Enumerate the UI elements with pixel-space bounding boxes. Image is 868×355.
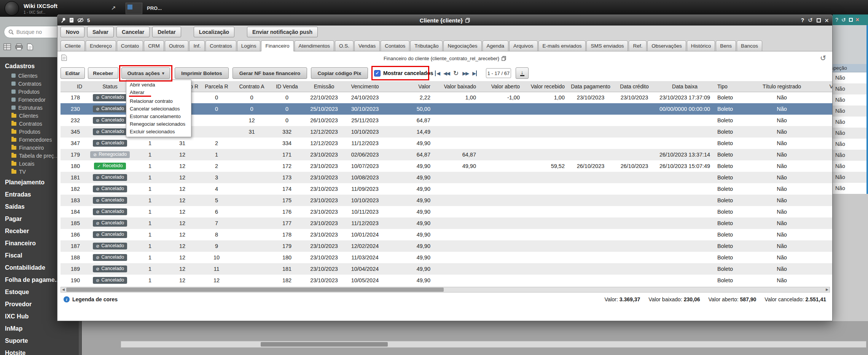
pin-icon[interactable] (61, 18, 66, 23)
menu-item-estornar-cancelamento[interactable]: Estornar cancelamento (126, 113, 191, 120)
column-header-emissao[interactable]: Emissão (304, 81, 344, 92)
refresh-icon[interactable]: ↻ (453, 69, 459, 77)
tab-inf[interactable]: Inf. (189, 40, 205, 51)
sidebar-item-contratos[interactable]: Contratos (0, 120, 61, 128)
table-row[interactable]: 179⊘Renegociado112117123/10/202302/06/20… (61, 149, 833, 160)
tab-bens[interactable]: Bens (716, 40, 736, 51)
color-legend[interactable]: i Legenda de cores (64, 296, 118, 302)
tab-e-mails-enviados[interactable]: E-mails enviados (538, 40, 586, 51)
reset-icon[interactable]: ↺ (808, 17, 813, 24)
tab-outros[interactable]: Outros (165, 40, 189, 51)
outras-acoes-button[interactable]: Outras ações ▾ (121, 67, 170, 79)
tab-financeiro[interactable]: Financeiro (261, 40, 293, 51)
menu-item-abrir-venda[interactable]: Abrir venda (126, 81, 191, 89)
close-icon[interactable]: × (825, 18, 829, 22)
column-header-vencimento[interactable]: Vencimento (344, 81, 386, 92)
action-button-enviar-notificacao-push[interactable]: Enviar notificação push (247, 27, 318, 37)
history-icon[interactable]: ↺ (820, 54, 826, 62)
document-icon[interactable] (69, 18, 74, 23)
sidebar-item-fornecedor[interactable]: Fornecedor (0, 96, 61, 104)
column-header-valor-aberto[interactable]: Valor aberto (479, 81, 523, 92)
column-header-titulo-registrado[interactable]: Título registrado (754, 81, 809, 92)
hide-eye-icon[interactable] (77, 18, 84, 23)
bg-help-icon[interactable]: ? (835, 17, 838, 22)
tab-observacoes[interactable]: Observações (647, 40, 686, 51)
sidebar-item-fornecedores[interactable]: Fornecedores (0, 136, 61, 144)
imprimir-boletos-button[interactable]: Imprimir Boletos (175, 67, 229, 79)
share-icon[interactable]: ↗ (111, 5, 116, 11)
help-icon[interactable]: ? (801, 17, 804, 23)
bg-close-icon[interactable]: × (856, 16, 859, 23)
editar-button[interactable]: Editar (61, 67, 85, 79)
menu-item-cancelar-selecionados[interactable]: Cancelar selecionados (126, 105, 191, 113)
gerar-nf-button[interactable]: Gerar NF base financeiro (233, 67, 307, 79)
sidebar-item-financeiro[interactable]: Financeiro (0, 144, 61, 152)
column-header-valor-recebido[interactable]: Valor recebido (523, 81, 568, 92)
export-button[interactable]: ↓ (516, 67, 529, 79)
tab-contatos[interactable]: Contatos (381, 40, 409, 51)
column-header-id-venda[interactable]: ID Venda (270, 81, 304, 92)
sidebar-section-suporte[interactable]: Suporte (0, 334, 82, 346)
column-header-contrato-a[interactable]: Contrato A (234, 81, 270, 92)
sidebar-item-tabela-de-preco[interactable]: Tabela de preço... (0, 152, 61, 160)
action-button-localizacao[interactable]: Localização (194, 27, 234, 37)
table-horizontal-scrollbar[interactable]: ◀ ▶ (61, 287, 830, 293)
grid-view-icon[interactable] (3, 43, 11, 50)
table-row[interactable]: 186⊘Cancelado112817823/10/202310/01/2024… (61, 229, 833, 240)
column-header-tipo[interactable]: Tipo (714, 81, 754, 92)
tab-cliente[interactable]: Cliente (61, 40, 85, 51)
menu-item-relacionar-contrato[interactable]: Relacionar contrato (126, 98, 191, 105)
scroll-left-icon[interactable]: ◀ (61, 287, 65, 292)
action-button-cancelar[interactable]: Cancelar (116, 27, 150, 37)
window-thumbnail[interactable] (126, 3, 142, 14)
sidebar-item-produtos[interactable]: Produtos (0, 88, 61, 96)
action-button-novo[interactable]: Novo (61, 27, 84, 37)
tab-negociacoes[interactable]: Negociações (443, 40, 481, 51)
table-row[interactable]: 180✓Recebido112217223/10/202310/07/20234… (61, 160, 833, 172)
copy-title-icon[interactable] (465, 18, 470, 23)
table-row[interactable]: 183⊘Cancelado112517523/10/202310/10/2023… (61, 195, 833, 206)
column-header-valor-cancelado[interactable]: Valor cancelado (809, 81, 833, 92)
tab-logins[interactable]: Logins (237, 40, 261, 51)
tab-sms-enviados[interactable]: SMS enviados (586, 40, 628, 51)
tab-contratos[interactable]: Contratos (205, 40, 236, 51)
printer-icon[interactable] (15, 43, 23, 50)
table-row[interactable]: 185⊘Cancelado112717723/10/202311/12/2023… (61, 217, 833, 229)
sidebar-item-produtos[interactable]: Produtos (0, 128, 61, 136)
sidebar-item-tv[interactable]: TV (0, 168, 61, 176)
first-page-icon[interactable]: ◀ (435, 70, 440, 76)
menu-item-renegociar-selecionados[interactable]: Renegociar selecionados (126, 120, 191, 128)
prev-page-icon[interactable]: ◀◀ (443, 70, 450, 76)
table-row[interactable]: 189⊘Cancelado1121118123/10/202310/04/202… (61, 263, 833, 275)
record-page-icon[interactable] (61, 54, 67, 61)
next-page-icon[interactable]: ▶▶ (462, 70, 469, 76)
mostrar-cancelados-checkbox[interactable]: ✓ Mostrar cancelados (374, 67, 433, 79)
table-row[interactable]: 181⊘Cancelado112317323/10/202310/08/2023… (61, 172, 833, 183)
copy-subtitle-icon[interactable] (502, 56, 506, 61)
sidebar-item-clientes[interactable]: Clientes (0, 112, 61, 120)
last-page-icon[interactable]: ▶ (472, 70, 477, 76)
column-header-id[interactable]: ID (61, 81, 85, 92)
bg-refresh-icon[interactable]: ↺ (841, 17, 846, 22)
column-header-valor-baixado[interactable]: Valor baixado (433, 81, 479, 92)
table-row[interactable]: 187⊘Cancelado112917923/10/202312/02/2024… (61, 240, 833, 252)
table-row[interactable]: 188⊘Cancelado1121018023/10/202311/03/202… (61, 252, 833, 263)
table-row[interactable]: 190⊘Cancelado1121218223/10/202310/05/202… (61, 275, 833, 286)
menu-item-alterar[interactable]: Alterar (126, 89, 191, 96)
sidebar-section-inmap[interactable]: InMap (0, 322, 82, 334)
column-header-parcela-r[interactable]: Parcela R (199, 81, 234, 92)
column-header-data-pagamento[interactable]: Data pagamento (568, 81, 613, 92)
tab-agenda[interactable]: Agenda (483, 40, 509, 51)
sidebar-item-clientes[interactable]: Clientes (0, 72, 61, 80)
maximize-icon[interactable] (817, 18, 821, 22)
sidebar-section-hotsite[interactable]: Hotsite (0, 346, 82, 355)
action-button-deletar[interactable]: Deletar (152, 27, 181, 37)
table-scrollbar-thumb[interactable] (66, 288, 444, 292)
page-icon[interactable] (27, 43, 33, 50)
tab-bancos[interactable]: Bancos (737, 40, 762, 51)
action-button-salvar[interactable]: Salvar (87, 27, 114, 37)
tab-contato[interactable]: Contato (117, 40, 143, 51)
tab-vendas[interactable]: Vendas (354, 40, 380, 51)
sidebar-item-estruturas[interactable]: Estruturas (0, 104, 61, 112)
tab-tributacao[interactable]: Tributação (410, 40, 443, 51)
